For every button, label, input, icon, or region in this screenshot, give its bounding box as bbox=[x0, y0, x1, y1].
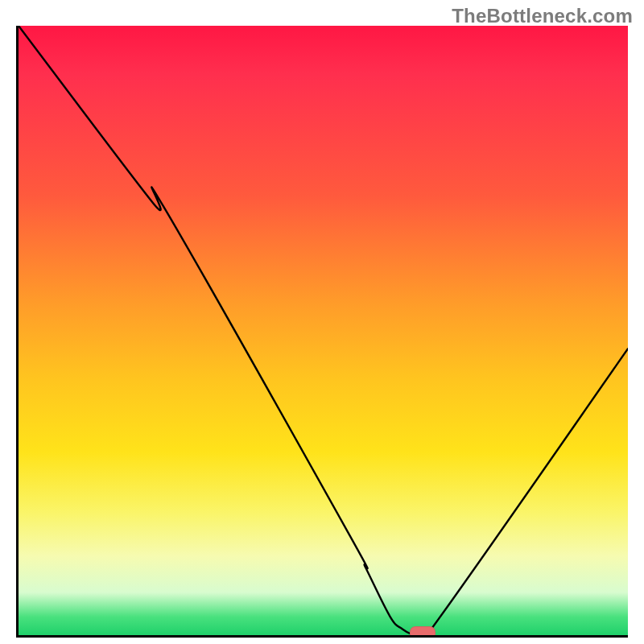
bottleneck-marker bbox=[410, 626, 436, 638]
chart-line-curve bbox=[19, 26, 628, 635]
chart-container: TheBottleneck.com bbox=[0, 0, 644, 644]
plot-area bbox=[16, 26, 628, 638]
watermark-text: TheBottleneck.com bbox=[452, 5, 633, 27]
